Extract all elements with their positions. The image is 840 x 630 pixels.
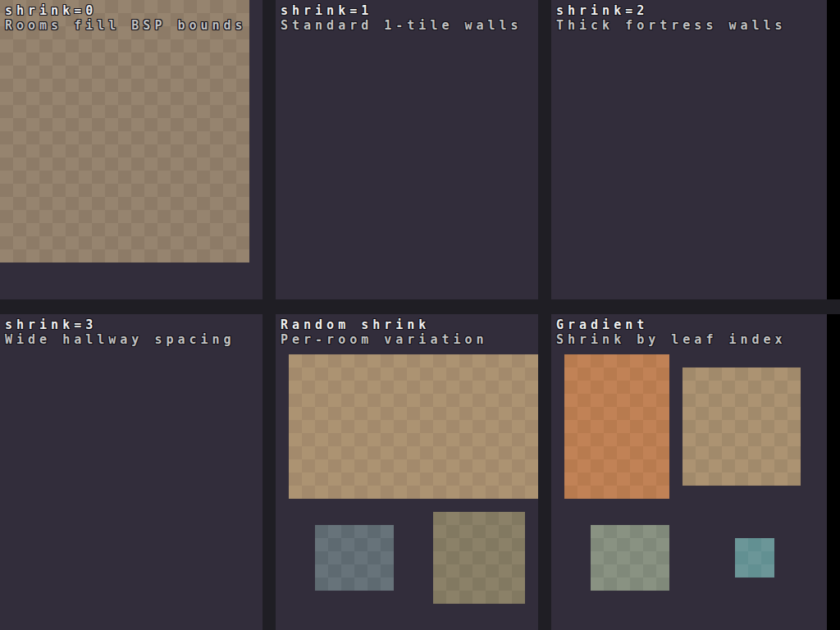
panel-gradient: Gradient Shrink by leaf index bbox=[551, 314, 827, 630]
panel-shrink-0: shrink=0 Rooms fill BSP bounds bbox=[0, 0, 262, 299]
panel-title: shrink=2 bbox=[556, 3, 787, 18]
rooms-layer bbox=[0, 0, 262, 299]
rooms-layer bbox=[0, 314, 262, 630]
rooms-layer bbox=[276, 0, 538, 299]
panel-header: shrink=1 Standard 1-tile walls bbox=[281, 3, 523, 33]
room-rect bbox=[315, 525, 394, 591]
panel-subtitle: Thick fortress walls bbox=[556, 18, 787, 33]
panel-shrink-2: shrink=2 Thick fortress walls bbox=[551, 0, 827, 299]
panel-random-shrink: Random shrink Per-room variation bbox=[276, 314, 538, 630]
panel-subtitle: Per-room variation bbox=[281, 332, 488, 347]
row-gutter-band bbox=[0, 299, 840, 314]
panel-title: shrink=1 bbox=[281, 3, 523, 18]
panel-header: Gradient Shrink by leaf index bbox=[556, 317, 787, 347]
panel-subtitle: Standard 1-tile walls bbox=[281, 18, 523, 33]
panel-header: shrink=0 Rooms fill BSP bounds bbox=[5, 3, 247, 33]
room-rect bbox=[289, 354, 538, 499]
panel-title: Random shrink bbox=[281, 317, 488, 332]
panel-subtitle: Wide hallway spacing bbox=[5, 332, 235, 347]
panel-shrink-1: shrink=1 Standard 1-tile walls bbox=[276, 0, 538, 299]
rooms-layer bbox=[276, 314, 538, 630]
room-rect bbox=[591, 525, 669, 591]
room-rect bbox=[564, 354, 669, 499]
room-rect bbox=[735, 538, 774, 578]
panel-subtitle: Shrink by leaf index bbox=[556, 332, 787, 347]
rooms-layer bbox=[551, 0, 827, 299]
bsp-shrink-demo-canvas: shrink=0 Rooms fill BSP bounds shrink=1 … bbox=[0, 0, 840, 630]
room-rect bbox=[433, 512, 525, 604]
panel-shrink-3: shrink=3 Wide hallway spacing bbox=[0, 314, 262, 630]
panel-header: shrink=2 Thick fortress walls bbox=[556, 3, 787, 33]
panel-title: shrink=3 bbox=[5, 317, 235, 332]
room-rect bbox=[0, 0, 249, 262]
panel-title: shrink=0 bbox=[5, 3, 247, 18]
panel-title: Gradient bbox=[556, 317, 787, 332]
rooms-layer bbox=[551, 314, 827, 630]
panel-header: shrink=3 Wide hallway spacing bbox=[5, 317, 235, 347]
room-rect bbox=[682, 368, 801, 486]
panel-subtitle: Rooms fill BSP bounds bbox=[5, 18, 247, 33]
panel-header: Random shrink Per-room variation bbox=[281, 317, 488, 347]
